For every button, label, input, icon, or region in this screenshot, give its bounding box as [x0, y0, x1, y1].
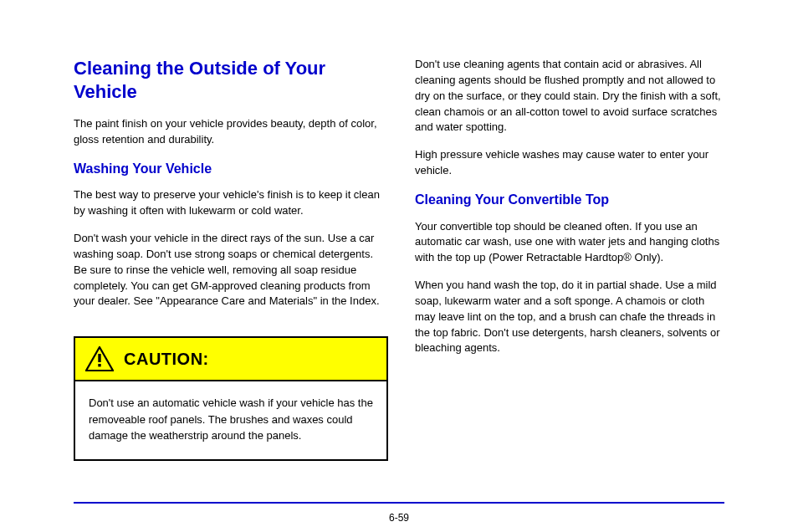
body-text: The best way to preserve your vehicle's …	[74, 187, 388, 219]
body-text: When you hand wash the top, do it in par…	[415, 278, 724, 356]
left-column: Cleaning the Outside of Your Vehicle The…	[74, 57, 388, 461]
body-text: Don't wash your vehicle in the direct ra…	[74, 231, 388, 309]
subheading-washing: Washing Your Vehicle	[74, 160, 388, 178]
body-text-part: Only).	[632, 251, 663, 263]
right-column: Don't use cleaning agents that contain a…	[415, 57, 724, 461]
warning-icon	[85, 346, 114, 371]
body-text: The paint finish on your vehicle provide…	[74, 116, 388, 148]
registered-symbol: ®	[623, 251, 632, 263]
page-number: 6-59	[389, 512, 409, 524]
subheading-convertible: Cleaning Your Convertible Top	[415, 191, 724, 209]
caution-body: Don't use an automatic vehicle wash if y…	[75, 381, 386, 459]
caution-label: CAUTION:	[124, 350, 209, 369]
body-text: Your convertible top should be cleaned o…	[415, 219, 724, 267]
svg-rect-2	[98, 364, 100, 366]
footer-rule	[74, 502, 724, 504]
body-text: High pressure vehicle washes may cause w…	[415, 147, 724, 179]
svg-rect-1	[98, 354, 100, 362]
caution-header: CAUTION:	[75, 338, 386, 381]
section-title: Cleaning the Outside of Your Vehicle	[74, 57, 388, 103]
body-text: Don't use cleaning agents that contain a…	[415, 57, 724, 136]
caution-box: CAUTION: Don't use an automatic vehicle …	[74, 336, 388, 461]
body-text-part: Your convertible top should be cleaned o…	[415, 220, 719, 264]
